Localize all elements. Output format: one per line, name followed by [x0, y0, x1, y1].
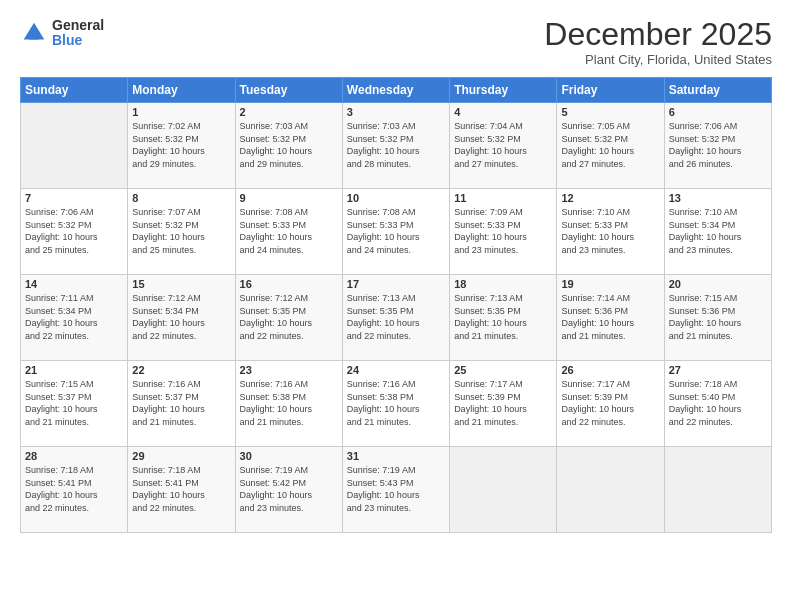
table-row: 16Sunrise: 7:12 AM Sunset: 5:35 PM Dayli… — [235, 275, 342, 361]
day-info: Sunrise: 7:06 AM Sunset: 5:32 PM Dayligh… — [669, 120, 767, 170]
calendar-week-row: 1Sunrise: 7:02 AM Sunset: 5:32 PM Daylig… — [21, 103, 772, 189]
table-row: 8Sunrise: 7:07 AM Sunset: 5:32 PM Daylig… — [128, 189, 235, 275]
day-number: 6 — [669, 106, 767, 118]
day-number: 9 — [240, 192, 338, 204]
calendar-body: 1Sunrise: 7:02 AM Sunset: 5:32 PM Daylig… — [21, 103, 772, 533]
day-info: Sunrise: 7:07 AM Sunset: 5:32 PM Dayligh… — [132, 206, 230, 256]
day-info: Sunrise: 7:12 AM Sunset: 5:34 PM Dayligh… — [132, 292, 230, 342]
day-number: 20 — [669, 278, 767, 290]
svg-rect-1 — [29, 34, 38, 40]
table-row: 30Sunrise: 7:19 AM Sunset: 5:42 PM Dayli… — [235, 447, 342, 533]
col-tuesday: Tuesday — [235, 78, 342, 103]
day-info: Sunrise: 7:03 AM Sunset: 5:32 PM Dayligh… — [240, 120, 338, 170]
logo-icon — [20, 19, 48, 47]
table-row: 28Sunrise: 7:18 AM Sunset: 5:41 PM Dayli… — [21, 447, 128, 533]
calendar-week-row: 14Sunrise: 7:11 AM Sunset: 5:34 PM Dayli… — [21, 275, 772, 361]
col-monday: Monday — [128, 78, 235, 103]
day-info: Sunrise: 7:13 AM Sunset: 5:35 PM Dayligh… — [347, 292, 445, 342]
day-number: 28 — [25, 450, 123, 462]
day-number: 31 — [347, 450, 445, 462]
day-info: Sunrise: 7:12 AM Sunset: 5:35 PM Dayligh… — [240, 292, 338, 342]
table-row: 2Sunrise: 7:03 AM Sunset: 5:32 PM Daylig… — [235, 103, 342, 189]
table-row: 10Sunrise: 7:08 AM Sunset: 5:33 PM Dayli… — [342, 189, 449, 275]
table-row: 24Sunrise: 7:16 AM Sunset: 5:38 PM Dayli… — [342, 361, 449, 447]
calendar-table: Sunday Monday Tuesday Wednesday Thursday… — [20, 77, 772, 533]
table-row — [21, 103, 128, 189]
day-number: 13 — [669, 192, 767, 204]
day-number: 2 — [240, 106, 338, 118]
table-row: 17Sunrise: 7:13 AM Sunset: 5:35 PM Dayli… — [342, 275, 449, 361]
day-number: 29 — [132, 450, 230, 462]
table-row: 1Sunrise: 7:02 AM Sunset: 5:32 PM Daylig… — [128, 103, 235, 189]
day-number: 24 — [347, 364, 445, 376]
day-number: 14 — [25, 278, 123, 290]
day-info: Sunrise: 7:16 AM Sunset: 5:37 PM Dayligh… — [132, 378, 230, 428]
table-row: 7Sunrise: 7:06 AM Sunset: 5:32 PM Daylig… — [21, 189, 128, 275]
day-info: Sunrise: 7:02 AM Sunset: 5:32 PM Dayligh… — [132, 120, 230, 170]
day-info: Sunrise: 7:06 AM Sunset: 5:32 PM Dayligh… — [25, 206, 123, 256]
table-row: 14Sunrise: 7:11 AM Sunset: 5:34 PM Dayli… — [21, 275, 128, 361]
day-info: Sunrise: 7:13 AM Sunset: 5:35 PM Dayligh… — [454, 292, 552, 342]
table-row: 3Sunrise: 7:03 AM Sunset: 5:32 PM Daylig… — [342, 103, 449, 189]
logo-blue-text: Blue — [52, 33, 104, 48]
day-number: 3 — [347, 106, 445, 118]
day-info: Sunrise: 7:11 AM Sunset: 5:34 PM Dayligh… — [25, 292, 123, 342]
table-row: 19Sunrise: 7:14 AM Sunset: 5:36 PM Dayli… — [557, 275, 664, 361]
logo-text: General Blue — [52, 18, 104, 49]
day-number: 4 — [454, 106, 552, 118]
day-info: Sunrise: 7:08 AM Sunset: 5:33 PM Dayligh… — [240, 206, 338, 256]
table-row: 31Sunrise: 7:19 AM Sunset: 5:43 PM Dayli… — [342, 447, 449, 533]
day-info: Sunrise: 7:18 AM Sunset: 5:40 PM Dayligh… — [669, 378, 767, 428]
day-info: Sunrise: 7:10 AM Sunset: 5:34 PM Dayligh… — [669, 206, 767, 256]
day-number: 26 — [561, 364, 659, 376]
logo-general-text: General — [52, 18, 104, 33]
day-number: 30 — [240, 450, 338, 462]
day-number: 22 — [132, 364, 230, 376]
day-info: Sunrise: 7:14 AM Sunset: 5:36 PM Dayligh… — [561, 292, 659, 342]
col-sunday: Sunday — [21, 78, 128, 103]
table-row: 5Sunrise: 7:05 AM Sunset: 5:32 PM Daylig… — [557, 103, 664, 189]
table-row: 21Sunrise: 7:15 AM Sunset: 5:37 PM Dayli… — [21, 361, 128, 447]
day-number: 18 — [454, 278, 552, 290]
day-number: 7 — [25, 192, 123, 204]
day-info: Sunrise: 7:05 AM Sunset: 5:32 PM Dayligh… — [561, 120, 659, 170]
table-row: 27Sunrise: 7:18 AM Sunset: 5:40 PM Dayli… — [664, 361, 771, 447]
day-info: Sunrise: 7:19 AM Sunset: 5:43 PM Dayligh… — [347, 464, 445, 514]
day-info: Sunrise: 7:15 AM Sunset: 5:36 PM Dayligh… — [669, 292, 767, 342]
table-row: 23Sunrise: 7:16 AM Sunset: 5:38 PM Dayli… — [235, 361, 342, 447]
table-row: 22Sunrise: 7:16 AM Sunset: 5:37 PM Dayli… — [128, 361, 235, 447]
table-row: 20Sunrise: 7:15 AM Sunset: 5:36 PM Dayli… — [664, 275, 771, 361]
table-row — [450, 447, 557, 533]
day-number: 21 — [25, 364, 123, 376]
table-row: 6Sunrise: 7:06 AM Sunset: 5:32 PM Daylig… — [664, 103, 771, 189]
calendar-week-row: 7Sunrise: 7:06 AM Sunset: 5:32 PM Daylig… — [21, 189, 772, 275]
table-row: 15Sunrise: 7:12 AM Sunset: 5:34 PM Dayli… — [128, 275, 235, 361]
day-info: Sunrise: 7:04 AM Sunset: 5:32 PM Dayligh… — [454, 120, 552, 170]
day-number: 8 — [132, 192, 230, 204]
month-title: December 2025 — [544, 18, 772, 50]
day-info: Sunrise: 7:09 AM Sunset: 5:33 PM Dayligh… — [454, 206, 552, 256]
table-row: 11Sunrise: 7:09 AM Sunset: 5:33 PM Dayli… — [450, 189, 557, 275]
day-info: Sunrise: 7:03 AM Sunset: 5:32 PM Dayligh… — [347, 120, 445, 170]
table-row: 26Sunrise: 7:17 AM Sunset: 5:39 PM Dayli… — [557, 361, 664, 447]
day-number: 23 — [240, 364, 338, 376]
day-number: 25 — [454, 364, 552, 376]
day-info: Sunrise: 7:18 AM Sunset: 5:41 PM Dayligh… — [25, 464, 123, 514]
col-saturday: Saturday — [664, 78, 771, 103]
day-info: Sunrise: 7:10 AM Sunset: 5:33 PM Dayligh… — [561, 206, 659, 256]
table-row: 9Sunrise: 7:08 AM Sunset: 5:33 PM Daylig… — [235, 189, 342, 275]
calendar-header-row: Sunday Monday Tuesday Wednesday Thursday… — [21, 78, 772, 103]
col-thursday: Thursday — [450, 78, 557, 103]
logo: General Blue — [20, 18, 104, 49]
day-number: 11 — [454, 192, 552, 204]
day-number: 19 — [561, 278, 659, 290]
table-row: 25Sunrise: 7:17 AM Sunset: 5:39 PM Dayli… — [450, 361, 557, 447]
table-row: 29Sunrise: 7:18 AM Sunset: 5:41 PM Dayli… — [128, 447, 235, 533]
day-number: 10 — [347, 192, 445, 204]
day-number: 5 — [561, 106, 659, 118]
location-subtitle: Plant City, Florida, United States — [544, 52, 772, 67]
day-info: Sunrise: 7:17 AM Sunset: 5:39 PM Dayligh… — [561, 378, 659, 428]
day-number: 17 — [347, 278, 445, 290]
table-row — [664, 447, 771, 533]
day-info: Sunrise: 7:18 AM Sunset: 5:41 PM Dayligh… — [132, 464, 230, 514]
